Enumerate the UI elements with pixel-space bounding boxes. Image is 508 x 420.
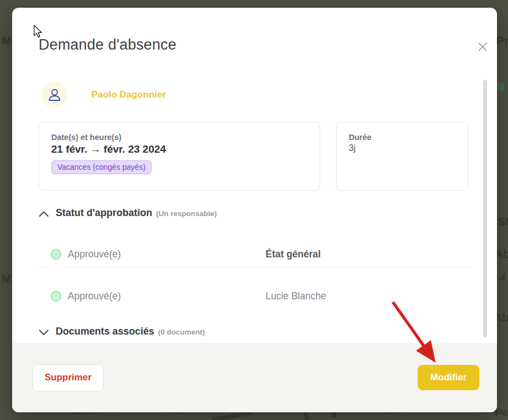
approval-section-title: Statut d'approbation: [56, 207, 152, 219]
dates-value: 21 févr. → févr. 23 2024: [51, 143, 307, 155]
chevron-up-icon: [39, 209, 49, 219]
chevron-down-icon: [39, 328, 49, 338]
status-approved-icon: [51, 249, 61, 260]
duration-card-label: Durée: [349, 133, 456, 142]
row-divider: [39, 267, 471, 267]
approval-status-label: Approuvé(e): [68, 249, 121, 260]
leave-type-badge: Vacances (congés payés): [51, 160, 152, 174]
documents-section-title: Documents associés: [56, 326, 154, 337]
approval-status-label: Approuvé(e): [68, 290, 121, 302]
documents-section-header[interactable]: Documents associés (0 document): [39, 326, 205, 337]
dates-card-label: Date(s) et heure(s): [51, 133, 307, 142]
background-hint-text: M: [2, 272, 12, 286]
summary-cards: Date(s) et heure(s) 21 févr. → févr. 23 …: [39, 122, 469, 191]
approver-name: Lucie Blanche: [266, 290, 326, 302]
requester-name-link[interactable]: Paolo Dagonnier: [91, 89, 166, 100]
absence-request-dialog: Demande d'absence Paolo Dagonnier Date(s…: [12, 8, 497, 412]
approval-section-header[interactable]: Statut d'approbation (Un responsable): [39, 207, 217, 219]
close-icon[interactable]: [474, 38, 491, 56]
dialog-footer: Supprimer Modifier: [12, 343, 497, 412]
delete-button[interactable]: Supprimer: [33, 364, 104, 391]
documents-section-subtitle: (0 document): [158, 328, 205, 336]
approver-name: État général: [266, 249, 321, 260]
approval-section-subtitle: (Un responsable): [156, 209, 217, 218]
approval-row: Approuvé(e) Lucie Blanche: [39, 284, 471, 308]
background-hint-text: M: [2, 34, 12, 47]
background-hint-text: Pr: [496, 34, 508, 47]
edit-button[interactable]: Modifier: [418, 365, 479, 390]
dialog-scrollbar[interactable]: [483, 80, 487, 337]
status-approved-icon: [51, 291, 61, 301]
dialog-title: Demande d'absence: [39, 36, 176, 53]
duration-card: Durée 3j: [336, 122, 469, 191]
dates-card: Date(s) et heure(s) 21 févr. → févr. 23 …: [39, 122, 320, 191]
duration-value: 3j: [349, 143, 456, 153]
approval-row: Approuvé(e) État général: [39, 242, 471, 266]
user-avatar-icon: [41, 82, 68, 108]
background-hint-text: St: [498, 215, 508, 228]
requester-row: Paolo Dagonnier: [41, 82, 166, 108]
